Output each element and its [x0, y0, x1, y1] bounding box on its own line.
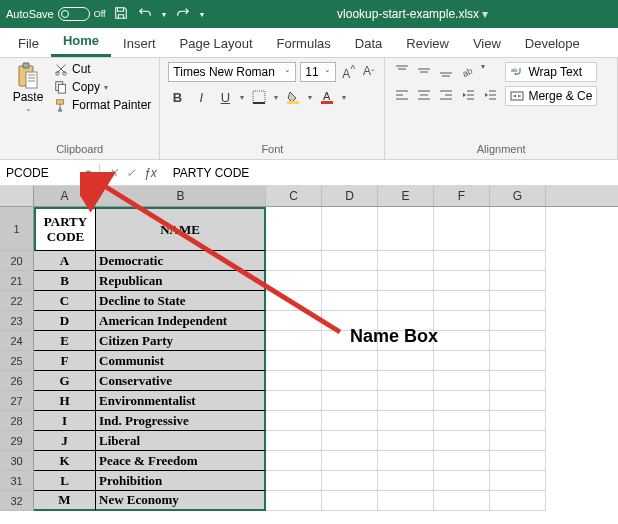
cell[interactable]	[266, 451, 322, 471]
cell[interactable]	[266, 311, 322, 331]
cell[interactable]	[322, 391, 378, 411]
copy-button[interactable]: Copy ▾	[54, 80, 151, 94]
increase-indent-icon[interactable]	[481, 86, 499, 104]
increase-font-icon[interactable]: A^	[340, 64, 357, 81]
col-header-G[interactable]: G	[490, 186, 546, 206]
cell[interactable]	[266, 431, 322, 451]
cell[interactable]	[322, 411, 378, 431]
formula-input[interactable]: PARTY CODE	[165, 163, 618, 183]
cell[interactable]	[378, 251, 434, 271]
decrease-indent-icon[interactable]	[459, 86, 477, 104]
cell[interactable]: Citizen Party	[96, 331, 266, 351]
cell[interactable]	[322, 471, 378, 491]
tab-data[interactable]: Data	[343, 30, 394, 57]
tab-insert[interactable]: Insert	[111, 30, 168, 57]
cell[interactable]: E	[34, 331, 96, 351]
cell[interactable]: M	[34, 491, 96, 511]
cell[interactable]	[322, 451, 378, 471]
redo-icon[interactable]	[176, 6, 190, 23]
cell[interactable]	[378, 411, 434, 431]
qat-dropdown-icon[interactable]: ▾	[200, 10, 204, 19]
cell[interactable]	[490, 391, 546, 411]
cell[interactable]	[266, 351, 322, 371]
align-bottom-icon[interactable]	[437, 62, 455, 80]
cell[interactable]: B	[34, 271, 96, 291]
cell[interactable]: Peace & Freedom	[96, 451, 266, 471]
paste-dropdown-icon[interactable]: ⌄	[25, 104, 32, 113]
font-name-select[interactable]: Times New Roman⌄	[168, 62, 296, 82]
merge-center-button[interactable]: Merge & Ce	[505, 86, 597, 106]
cell[interactable]: PARTYCODE	[34, 207, 96, 251]
tab-view[interactable]: View	[461, 30, 513, 57]
row-header[interactable]: 1	[0, 207, 34, 251]
cell[interactable]	[434, 291, 490, 311]
row-header[interactable]: 23	[0, 311, 34, 331]
cell[interactable]	[490, 311, 546, 331]
row-header[interactable]: 20	[0, 251, 34, 271]
autosave-toggle[interactable]: AutoSave Off	[6, 7, 106, 21]
cell[interactable]	[490, 331, 546, 351]
cell[interactable]: F	[34, 351, 96, 371]
cell[interactable]: New Economy	[96, 491, 266, 511]
save-icon[interactable]	[114, 6, 128, 23]
italic-button[interactable]: I	[192, 88, 210, 106]
align-top-icon[interactable]	[393, 62, 411, 80]
cell[interactable]	[378, 391, 434, 411]
row-header[interactable]: 30	[0, 451, 34, 471]
cell[interactable]	[266, 371, 322, 391]
cell[interactable]	[378, 351, 434, 371]
align-middle-icon[interactable]	[415, 62, 433, 80]
fx-icon[interactable]: ƒx	[144, 166, 157, 180]
cell[interactable]	[378, 207, 434, 251]
format-painter-button[interactable]: Format Painter	[54, 98, 151, 112]
cell[interactable]	[378, 431, 434, 451]
col-header-B[interactable]: B	[96, 186, 266, 206]
align-right-icon[interactable]	[437, 86, 455, 104]
row-header[interactable]: 28	[0, 411, 34, 431]
orientation-icon[interactable]: ab	[459, 62, 477, 80]
wrap-text-button[interactable]: ab Wrap Text	[505, 62, 597, 82]
row-header[interactable]: 27	[0, 391, 34, 411]
cell[interactable]	[434, 471, 490, 491]
cell[interactable]: A	[34, 251, 96, 271]
cell[interactable]	[266, 291, 322, 311]
cell[interactable]	[322, 491, 378, 511]
row-header[interactable]: 22	[0, 291, 34, 311]
tab-develope[interactable]: Develope	[513, 30, 592, 57]
cell[interactable]	[490, 351, 546, 371]
cell[interactable]	[434, 207, 490, 251]
row-header[interactable]: 31	[0, 471, 34, 491]
cell[interactable]	[490, 371, 546, 391]
cell[interactable]	[490, 271, 546, 291]
cell[interactable]: Republican	[96, 271, 266, 291]
tab-page-layout[interactable]: Page Layout	[168, 30, 265, 57]
cell[interactable]: Conservative	[96, 371, 266, 391]
cell[interactable]	[490, 431, 546, 451]
cell[interactable]	[266, 251, 322, 271]
align-center-icon[interactable]	[415, 86, 433, 104]
cell[interactable]	[378, 451, 434, 471]
cell[interactable]	[434, 271, 490, 291]
cell[interactable]	[490, 451, 546, 471]
cell[interactable]	[378, 271, 434, 291]
cell[interactable]	[378, 491, 434, 511]
align-left-icon[interactable]	[393, 86, 411, 104]
col-header-C[interactable]: C	[266, 186, 322, 206]
tab-file[interactable]: File	[6, 30, 51, 57]
cut-button[interactable]: Cut	[54, 62, 151, 76]
cell[interactable]	[490, 207, 546, 251]
enter-icon[interactable]: ✓	[126, 166, 136, 180]
cell[interactable]	[266, 491, 322, 511]
name-box[interactable]: PCODE ▼	[0, 163, 100, 183]
bold-button[interactable]: B	[168, 88, 186, 106]
select-all-button[interactable]	[0, 186, 34, 206]
font-size-select[interactable]: 11⌄	[300, 62, 336, 82]
cell[interactable]: American Independent	[96, 311, 266, 331]
cell[interactable]	[378, 291, 434, 311]
col-header-D[interactable]: D	[322, 186, 378, 206]
cell[interactable]: Communist	[96, 351, 266, 371]
cell[interactable]: Democratic	[96, 251, 266, 271]
undo-icon[interactable]	[138, 6, 152, 23]
row-header[interactable]: 21	[0, 271, 34, 291]
cell[interactable]	[490, 491, 546, 511]
